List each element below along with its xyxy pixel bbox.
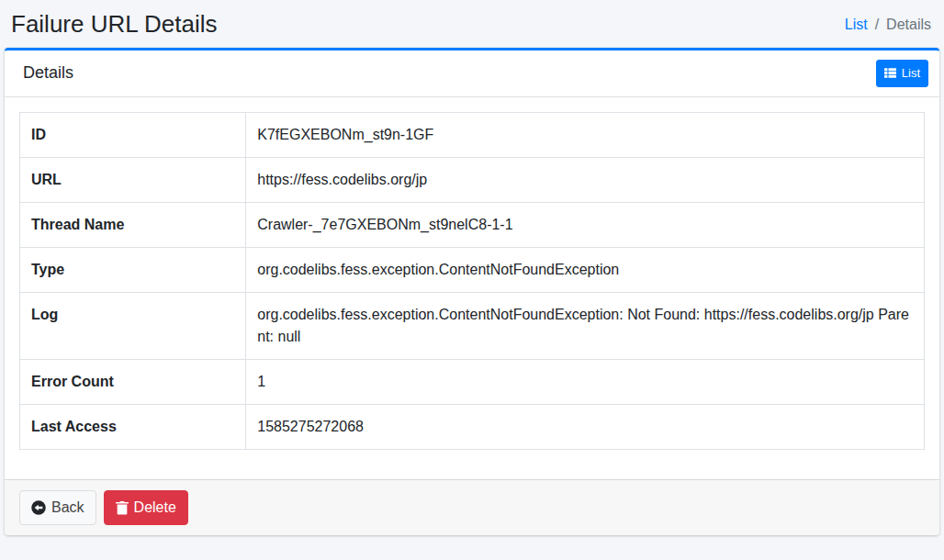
- detail-value: org.codelibs.fess.exception.ContentNotFo…: [246, 292, 925, 359]
- breadcrumb-separator: /: [875, 17, 879, 33]
- th-list-icon: [884, 67, 896, 79]
- breadcrumb-current: Details: [886, 17, 931, 33]
- card-title: Details: [23, 63, 73, 83]
- back-button-label: Back: [51, 497, 84, 519]
- card-footer: Back Delete: [5, 479, 939, 535]
- content-header: Failure URL Details List / Details: [0, 0, 944, 48]
- details-table-body: IDK7fEGXEBONm_st9n-1GFURLhttps://fess.co…: [20, 112, 925, 449]
- detail-label: Last Access: [20, 404, 246, 449]
- detail-value: 1: [246, 359, 925, 404]
- list-button[interactable]: List: [876, 60, 928, 87]
- detail-label: Error Count: [20, 359, 246, 404]
- detail-value: Crawler-_7e7GXEBONm_st9nelC8-1-1: [246, 202, 925, 247]
- trash-icon: [116, 500, 129, 515]
- detail-value: K7fEGXEBONm_st9n-1GF: [246, 112, 925, 157]
- card-header: Details List: [5, 50, 939, 97]
- details-table: IDK7fEGXEBONm_st9n-1GFURLhttps://fess.co…: [19, 112, 925, 450]
- details-card: Details List IDK7fEGXEBONm_st9n-1GFURLht…: [5, 48, 939, 535]
- detail-label: URL: [20, 157, 246, 202]
- page-title: Failure URL Details: [11, 10, 217, 39]
- back-button[interactable]: Back: [19, 490, 96, 525]
- detail-label: Thread Name: [20, 202, 246, 247]
- detail-label: ID: [20, 112, 246, 157]
- table-row: URLhttps://fess.codelibs.org/jp: [20, 157, 925, 202]
- detail-value: 1585275272068: [246, 404, 925, 449]
- breadcrumb-list-link[interactable]: List: [845, 17, 868, 33]
- table-row: Typeorg.codelibs.fess.exception.ContentN…: [20, 247, 925, 292]
- detail-value: https://fess.codelibs.org/jp: [246, 157, 925, 202]
- breadcrumb: List / Details: [845, 17, 931, 33]
- detail-label: Type: [20, 247, 246, 292]
- table-row: Logorg.codelibs.fess.exception.ContentNo…: [20, 292, 925, 359]
- delete-button-label: Delete: [134, 497, 176, 519]
- table-row: Thread NameCrawler-_7e7GXEBONm_st9nelC8-…: [20, 202, 925, 247]
- table-row: Last Access1585275272068: [20, 404, 925, 449]
- detail-value: org.codelibs.fess.exception.ContentNotFo…: [246, 247, 925, 292]
- table-row: Error Count1: [20, 359, 925, 404]
- delete-button[interactable]: Delete: [104, 490, 188, 525]
- card-body: IDK7fEGXEBONm_st9n-1GFURLhttps://fess.co…: [5, 97, 939, 479]
- arrow-circle-left-icon: [31, 500, 46, 515]
- list-button-label: List: [902, 64, 920, 83]
- table-row: IDK7fEGXEBONm_st9n-1GF: [20, 112, 925, 157]
- detail-label: Log: [20, 292, 246, 359]
